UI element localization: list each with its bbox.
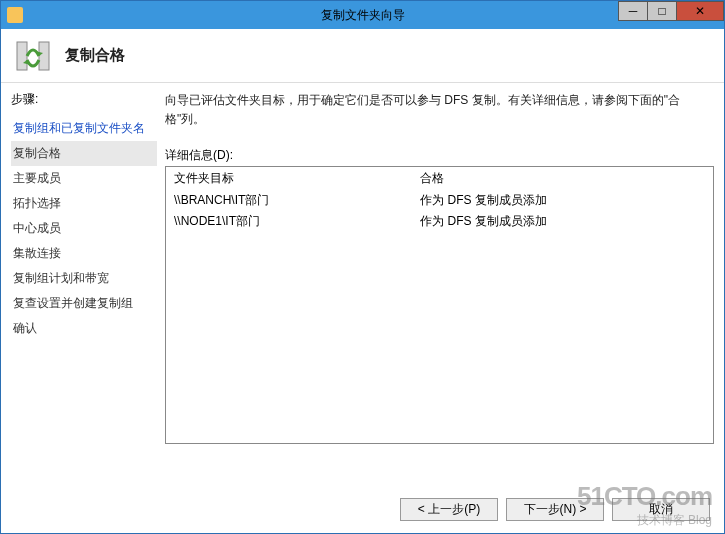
step-item: 主要成员	[11, 166, 157, 191]
next-button[interactable]: 下一步(N) >	[506, 498, 604, 521]
details-listbox[interactable]: 文件夹目标 合格 \\BRANCH\IT部门作为 DFS 复制成员添加\\NOD…	[165, 166, 714, 444]
step-item: 集散连接	[11, 241, 157, 266]
svg-rect-0	[17, 42, 27, 70]
details-label: 详细信息(D):	[165, 147, 714, 164]
replication-icon	[13, 36, 53, 76]
cell-target: \\NODE1\IT部门	[166, 211, 412, 232]
content-panel: 向导已评估文件夹目标，用于确定它们是否可以参与 DFS 复制。有关详细信息，请参…	[161, 91, 714, 485]
prev-button[interactable]: < 上一步(P)	[400, 498, 498, 521]
step-item: 复制合格	[11, 141, 157, 166]
maximize-button[interactable]: □	[647, 1, 677, 21]
cancel-button[interactable]: 取消	[612, 498, 710, 521]
wizard-header: 复制合格	[1, 29, 724, 83]
titlebar: 复制文件夹向导 ─ □ ✕	[1, 1, 724, 29]
window-title: 复制文件夹向导	[1, 7, 724, 24]
step-item: 确认	[11, 316, 157, 341]
table-row[interactable]: \\BRANCH\IT部门作为 DFS 复制成员添加	[166, 190, 713, 211]
wizard-body: 步骤: 复制组和已复制文件夹名复制合格主要成员拓扑选择中心成员集散连接复制组计划…	[1, 83, 724, 485]
step-item: 中心成员	[11, 216, 157, 241]
wizard-footer: < 上一步(P) 下一步(N) > 取消 51CTO.com 技术博客 Blog	[1, 485, 724, 533]
cell-status: 作为 DFS 复制成员添加	[412, 190, 713, 211]
description-text: 向导已评估文件夹目标，用于确定它们是否可以参与 DFS 复制。有关详细信息，请参…	[165, 91, 714, 129]
minimize-button[interactable]: ─	[618, 1, 648, 21]
close-button[interactable]: ✕	[676, 1, 724, 21]
step-item: 复制组计划和带宽	[11, 266, 157, 291]
window-controls: ─ □ ✕	[619, 1, 724, 23]
wizard-window: 复制文件夹向导 ─ □ ✕ 复制合格 步骤: 复制组和已复制文件夹名复制合格主要…	[0, 0, 725, 534]
svg-rect-1	[39, 42, 49, 70]
steps-panel: 步骤: 复制组和已复制文件夹名复制合格主要成员拓扑选择中心成员集散连接复制组计划…	[11, 91, 161, 485]
column-header-target[interactable]: 文件夹目标	[166, 167, 412, 190]
step-item[interactable]: 复制组和已复制文件夹名	[11, 116, 157, 141]
steps-list: 复制组和已复制文件夹名复制合格主要成员拓扑选择中心成员集散连接复制组计划和带宽复…	[11, 116, 157, 341]
table-row[interactable]: \\NODE1\IT部门作为 DFS 复制成员添加	[166, 211, 713, 232]
step-item: 拓扑选择	[11, 191, 157, 216]
details-table: 文件夹目标 合格 \\BRANCH\IT部门作为 DFS 复制成员添加\\NOD…	[166, 167, 713, 232]
cell-target: \\BRANCH\IT部门	[166, 190, 412, 211]
step-item: 复查设置并创建复制组	[11, 291, 157, 316]
column-header-status[interactable]: 合格	[412, 167, 713, 190]
page-title: 复制合格	[65, 46, 125, 65]
steps-label: 步骤:	[11, 91, 157, 108]
cell-status: 作为 DFS 复制成员添加	[412, 211, 713, 232]
